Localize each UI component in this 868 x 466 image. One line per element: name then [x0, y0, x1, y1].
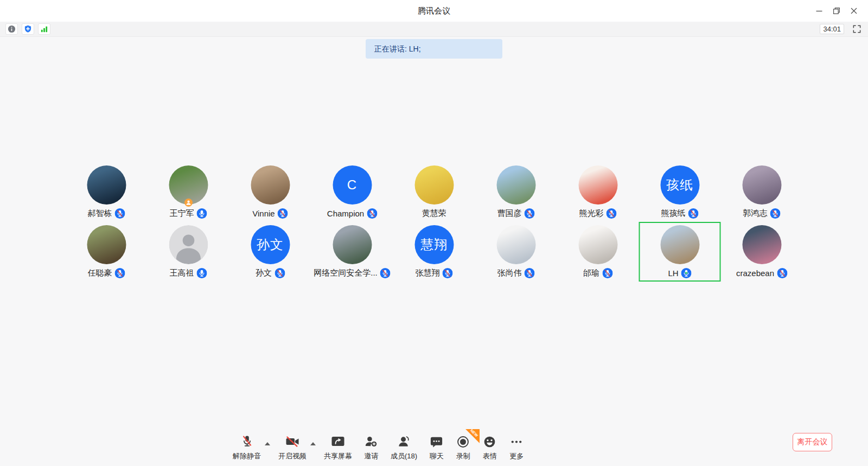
participant-name: 张尚伟 — [497, 268, 522, 278]
avatar — [578, 225, 617, 264]
emoji-icon — [482, 433, 497, 450]
avatar-photo — [660, 225, 699, 264]
avatar — [496, 225, 535, 264]
close-icon[interactable] — [845, 0, 863, 22]
meeting-timer: 34:01 — [820, 24, 844, 34]
participant-grid: 郝智栋 王宁军 Vinnie C Champion 黄慧荣 — [66, 162, 803, 282]
window-controls — [810, 0, 863, 22]
avatar — [496, 165, 535, 205]
bottom-toolbar: 解除静音 开启视频 共享屏幕 邀请 成员(18) 聊天 NEW 录制 表情 更多… — [0, 430, 868, 466]
participant-tile[interactable]: 郭鸿志 — [721, 162, 803, 222]
avatar-initials: C — [333, 165, 372, 205]
avatar — [333, 225, 372, 264]
mic-on-icon — [197, 268, 207, 278]
participant-tile[interactable]: 孩纸 熊孩纸 — [639, 162, 721, 222]
avatar: 慧翔 — [414, 225, 454, 264]
toolbar-buttons: 解除静音 开启视频 共享屏幕 邀请 成员(18) 聊天 NEW 录制 表情 更多 — [227, 433, 530, 461]
mic-muted-icon — [607, 208, 617, 219]
participant-tile[interactable]: Vinnie — [229, 162, 311, 222]
toolbar-emoji-button[interactable]: 表情 — [476, 433, 503, 461]
leave-meeting-button[interactable]: 离开会议 — [793, 433, 832, 451]
avatar-photo — [578, 225, 617, 264]
toolbar-label: 录制 — [456, 451, 470, 461]
fullscreen-icon[interactable] — [852, 24, 861, 34]
grid-row-1: 郝智栋 王宁军 Vinnie C Champion 黄慧荣 — [66, 162, 803, 222]
toolbar-label: 邀请 — [365, 451, 379, 461]
avatar — [87, 165, 126, 205]
grid-row-2: 任聪豪 王高祖 孙文 孙文 网络空间安全学... 慧翔 张慧翔 — [66, 222, 803, 282]
avatar — [660, 225, 699, 264]
toolbar-label: 共享屏幕 — [324, 451, 352, 461]
participant-tile[interactable]: 任聪豪 — [66, 222, 148, 282]
avatar-default — [169, 225, 208, 264]
shield-plus-icon[interactable] — [22, 23, 34, 35]
participant-tile[interactable]: 王高祖 — [148, 222, 229, 282]
participant-tile[interactable]: crazebean — [721, 222, 803, 282]
mic-muted-icon — [380, 268, 391, 278]
avatar-photo — [742, 225, 781, 264]
signal-bars-icon[interactable] — [38, 23, 50, 35]
host-badge-icon — [184, 199, 193, 207]
avatar-photo — [251, 165, 290, 205]
restore-icon[interactable] — [828, 0, 845, 22]
avatar-photo — [496, 225, 535, 264]
mic-muted-icon — [115, 268, 125, 278]
mic-on-icon — [197, 208, 207, 219]
participant-name: 任聪豪 — [88, 268, 112, 278]
toolbar-members-button[interactable]: 成员(18) — [385, 433, 423, 461]
avatar-photo — [414, 165, 454, 205]
toolbar-share-screen-button[interactable]: 共享屏幕 — [318, 433, 358, 461]
avatar-initials: 孩纸 — [660, 165, 699, 205]
toolbar-invite-button[interactable]: 邀请 — [358, 433, 385, 461]
mic-muted-icon — [115, 208, 125, 219]
invite-icon — [364, 433, 379, 450]
participant-name: 熊孩纸 — [661, 208, 686, 219]
info-icon[interactable] — [5, 23, 18, 35]
mic-muted-icon — [602, 268, 612, 278]
mic-off-icon — [240, 433, 254, 450]
participant-tile[interactable]: 慧翔 张慧翔 — [393, 222, 475, 282]
mic-muted-icon — [278, 208, 288, 219]
participant-tile[interactable]: 邰瑜 — [557, 222, 639, 282]
status-left-icons — [5, 23, 50, 35]
toolbar-label: 表情 — [483, 451, 497, 461]
mic-muted-icon — [443, 268, 453, 278]
participant-name: 黄慧荣 — [422, 208, 446, 219]
members-icon — [397, 433, 412, 450]
toolbar-start-video-button[interactable]: 开启视频 — [272, 433, 312, 461]
toolbar-record-button[interactable]: NEW 录制 — [450, 433, 476, 461]
avatar — [414, 165, 454, 205]
meeting-main-area: 正在讲话: LH; 郝智栋 王宁军 Vinnie C Champion — [0, 37, 868, 466]
toolbar-more-button[interactable]: 更多 — [503, 433, 530, 461]
avatar-photo — [333, 225, 372, 264]
toolbar-chat-button[interactable]: 聊天 — [423, 433, 450, 461]
mic-muted-icon — [770, 208, 781, 219]
participant-name: 曹国彦 — [497, 208, 522, 219]
participant-tile[interactable]: C Champion — [311, 162, 393, 222]
participant-tile[interactable]: 网络空间安全学... — [311, 222, 393, 282]
participant-name: Champion — [327, 209, 364, 218]
record-icon: NEW — [456, 433, 470, 450]
participant-tile[interactable]: 黄慧荣 — [393, 162, 475, 222]
participant-tile[interactable]: 王宁军 — [148, 162, 229, 222]
participant-name: 熊光彩 — [579, 208, 604, 219]
participant-tile[interactable]: 曹国彦 — [475, 162, 557, 222]
minimize-icon[interactable] — [810, 0, 828, 22]
participant-name: 张慧翔 — [416, 268, 440, 278]
participant-tile[interactable]: 熊光彩 — [557, 162, 639, 222]
participant-name: 王宁军 — [170, 208, 194, 219]
mic-muted-icon — [525, 208, 535, 219]
window-title: 腾讯会议 — [418, 6, 450, 16]
participant-tile[interactable]: 孙文 孙文 — [229, 222, 311, 282]
avatar-initials: 慧翔 — [414, 225, 454, 264]
avatar-photo — [578, 165, 617, 205]
participant-name: crazebean — [736, 269, 774, 278]
participant-tile-active[interactable]: LH — [639, 222, 721, 282]
toolbar-unmute-button[interactable]: 解除静音 — [227, 433, 267, 461]
participant-tile[interactable]: 张尚伟 — [475, 222, 557, 282]
toolbar-label: 开启视频 — [278, 451, 307, 461]
participant-tile[interactable]: 郝智栋 — [66, 162, 148, 222]
avatar-initials: 孙文 — [251, 225, 290, 264]
avatar-photo — [496, 165, 535, 205]
participant-name: 网络空间安全学... — [314, 268, 378, 278]
